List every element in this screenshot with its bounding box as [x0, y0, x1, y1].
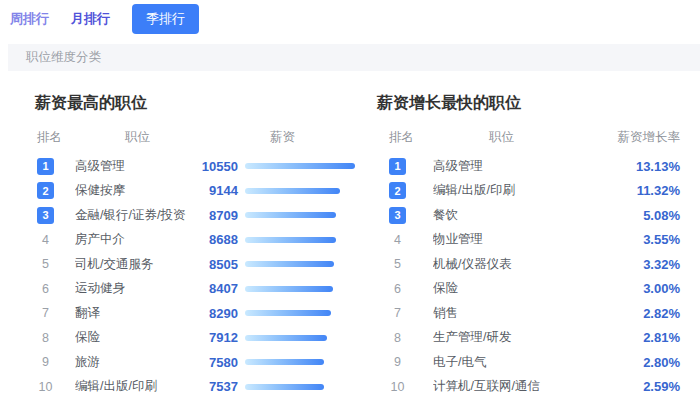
table-row: 6 运动健身 8407 — [35, 277, 365, 302]
table-row: 8 保险 7912 — [35, 326, 365, 351]
salary-bar — [238, 212, 365, 218]
job-label: 保险 — [75, 329, 200, 346]
table-row: 2 保健按摩 9144 — [35, 179, 365, 204]
salary-bar — [238, 310, 365, 316]
salary-bar — [238, 163, 365, 169]
growth-value: 5.08% — [570, 208, 680, 223]
table-row: 3 餐饮 5.08% — [377, 203, 680, 228]
table-row: 5 机械/仪器仪表 3.32% — [377, 252, 680, 277]
job-label: 高级管理 — [433, 158, 570, 175]
rank-label: 9 — [389, 354, 406, 371]
salary-value: 8709 — [200, 208, 238, 223]
job-label: 编辑/出版/印刷 — [433, 182, 570, 199]
growth-value: 2.80% — [570, 355, 680, 370]
table-row: 10 计算机/互联网/通信 2.59% — [377, 375, 680, 400]
salary-value: 7537 — [200, 379, 238, 394]
highest-salary-panel: 薪资最高的职位 排名 职位 薪资 1 高级管理 10550 2 保健按摩 914… — [35, 71, 365, 399]
job-label: 销售 — [433, 305, 570, 322]
fastest-growth-title: 薪资增长最快的职位 — [377, 92, 680, 114]
table-row: 4 房产中介 8688 — [35, 228, 365, 253]
growth-value: 2.81% — [570, 330, 680, 345]
table-row: 7 翻译 8290 — [35, 301, 365, 326]
salary-value: 8290 — [200, 306, 238, 321]
salary-value: 7912 — [200, 330, 238, 345]
table-row: 9 电子/电气 2.80% — [377, 350, 680, 375]
rank-label: 10 — [37, 378, 54, 395]
salary-bar — [238, 335, 365, 341]
rank-label: 8 — [389, 329, 406, 346]
column-header-rank: 排名 — [35, 129, 75, 146]
job-label: 编辑/出版/印刷 — [75, 378, 200, 395]
rank-label: 7 — [37, 305, 54, 322]
rank-label: 10 — [389, 378, 406, 395]
growth-value: 3.00% — [570, 281, 680, 296]
salary-value: 10550 — [200, 159, 238, 174]
rank-label: 4 — [37, 231, 54, 248]
rank-label: 6 — [389, 280, 406, 297]
tab-month-ranking[interactable]: 月排行 — [71, 10, 110, 28]
salary-value: 7580 — [200, 355, 238, 370]
job-label: 物业管理 — [433, 231, 570, 248]
salary-bar — [238, 237, 365, 243]
salary-bar — [238, 384, 365, 390]
growth-value: 3.32% — [570, 257, 680, 272]
growth-value: 2.59% — [570, 379, 680, 394]
job-label: 房产中介 — [75, 231, 200, 248]
salary-bar — [238, 359, 365, 365]
ranking-panels: 薪资最高的职位 排名 职位 薪资 1 高级管理 10550 2 保健按摩 914… — [0, 71, 700, 399]
job-label: 运动健身 — [75, 280, 200, 297]
highest-salary-title: 薪资最高的职位 — [35, 92, 365, 114]
rank-badge: 1 — [37, 158, 54, 175]
rank-label: 8 — [37, 329, 54, 346]
job-label: 保健按摩 — [75, 182, 200, 199]
rank-badge: 3 — [389, 207, 406, 224]
job-label: 计算机/互联网/通信 — [433, 378, 570, 395]
table-row: 9 旅游 7580 — [35, 350, 365, 375]
table-row: 7 销售 2.82% — [377, 301, 680, 326]
column-header-salary: 薪资 — [200, 129, 365, 146]
table-row: 2 编辑/出版/印刷 11.32% — [377, 179, 680, 204]
table-header-row: 排名 职位 薪资 — [35, 127, 365, 147]
column-header-job: 职位 — [433, 129, 570, 146]
highest-salary-rows: 1 高级管理 10550 2 保健按摩 9144 3 金融/银行/证券/投资 8… — [35, 154, 365, 399]
growth-value: 3.55% — [570, 232, 680, 247]
growth-value: 11.32% — [570, 183, 680, 198]
job-label: 餐饮 — [433, 207, 570, 224]
salary-bar — [238, 261, 365, 267]
table-header-row: 排名 职位 薪资增长率 — [377, 127, 680, 147]
job-label: 司机/交通服务 — [75, 256, 200, 273]
job-label: 电子/电气 — [433, 354, 570, 371]
table-row: 10 编辑/出版/印刷 7537 — [35, 375, 365, 400]
salary-bar — [238, 188, 365, 194]
table-row: 8 生产管理/研发 2.81% — [377, 326, 680, 351]
category-filter-label: 职位维度分类 — [26, 49, 101, 66]
table-row: 4 物业管理 3.55% — [377, 228, 680, 253]
rank-badge: 2 — [37, 182, 54, 199]
tab-week-ranking[interactable]: 周排行 — [10, 10, 49, 28]
job-label: 旅游 — [75, 354, 200, 371]
salary-value: 8688 — [200, 232, 238, 247]
table-row: 1 高级管理 13.13% — [377, 154, 680, 179]
fastest-growth-rows: 1 高级管理 13.13% 2 编辑/出版/印刷 11.32% 3 餐饮 5.0… — [377, 154, 680, 399]
ranking-tabs-bar: 周排行 月排行 季排行 — [0, 0, 700, 38]
column-header-growth: 薪资增长率 — [570, 129, 680, 146]
fastest-growth-panel: 薪资增长最快的职位 排名 职位 薪资增长率 1 高级管理 13.13% 2 编辑… — [365, 71, 700, 399]
rank-badge: 3 — [37, 207, 54, 224]
growth-value: 13.13% — [570, 159, 680, 174]
rank-badge: 1 — [389, 158, 406, 175]
table-row: 3 金融/银行/证券/投资 8709 — [35, 203, 365, 228]
rank-label: 9 — [37, 354, 54, 371]
column-header-rank: 排名 — [377, 129, 433, 146]
job-label: 保险 — [433, 280, 570, 297]
job-label: 生产管理/研发 — [433, 329, 570, 346]
rank-label: 7 — [389, 305, 406, 322]
job-label: 高级管理 — [75, 158, 200, 175]
tab-quarter-ranking[interactable]: 季排行 — [132, 4, 199, 34]
job-label: 金融/银行/证券/投资 — [75, 207, 200, 224]
table-row: 6 保险 3.00% — [377, 277, 680, 302]
rank-label: 4 — [389, 231, 406, 248]
salary-value: 8505 — [200, 257, 238, 272]
job-label: 机械/仪器仪表 — [433, 256, 570, 273]
table-row: 5 司机/交通服务 8505 — [35, 252, 365, 277]
rank-label: 6 — [37, 280, 54, 297]
